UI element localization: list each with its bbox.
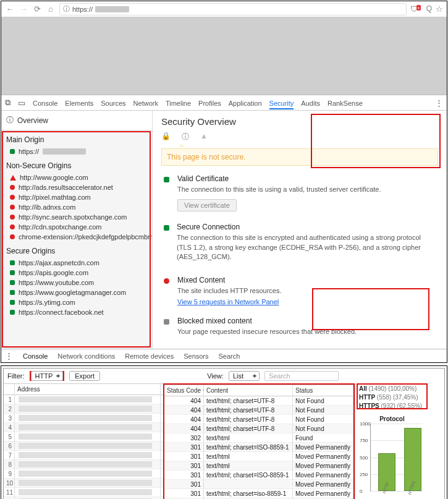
block-heading: Blocked mixed content: [177, 317, 357, 325]
status-bullet: [10, 215, 15, 220]
filter-toolbar: Filter: HTTP Export View: List Search: [4, 369, 444, 383]
status-bullet: [10, 195, 15, 200]
block-text: The connection to this site is using a v…: [177, 185, 381, 194]
annotation-box: HTTP: [30, 371, 65, 381]
origin-item[interactable]: http://sync.search.spotxchange.com: [1, 212, 152, 222]
tab-application[interactable]: Application: [229, 96, 262, 109]
overview-header[interactable]: ⓘ Overview: [1, 111, 152, 130]
star-icon[interactable]: ☆: [436, 4, 443, 14]
tab-profiles[interactable]: Profiles: [198, 96, 221, 109]
origin-item[interactable]: https://ajax.aspnetcdn.com: [1, 258, 152, 268]
origin-item[interactable]: https://: [1, 147, 152, 156]
origin-item[interactable]: http://www.google.com: [1, 173, 152, 182]
tab-sources[interactable]: Sources: [101, 96, 125, 109]
address-redacted: [95, 6, 129, 12]
status-bullet: [10, 260, 15, 265]
export-button[interactable]: Export: [69, 371, 100, 381]
kebab-icon[interactable]: ⋮: [5, 351, 13, 360]
status-bullet: [10, 270, 15, 275]
devtools-drawer: ⋮ ConsoleNetwork conditionsRemote device…: [1, 349, 447, 362]
status-bullet: [10, 205, 15, 210]
status-icon: [164, 223, 169, 264]
origin-item[interactable]: https://s.ytimg.com: [1, 297, 152, 307]
browser-toolbar: ← → ⟳ ⌂ ⓘ https:// 🛡• Q ☆: [1, 1, 447, 17]
block-heading: Mixed Content: [177, 276, 282, 284]
drawer-tab-remote-devices[interactable]: Remote devices: [125, 352, 174, 360]
status-bullet: [10, 224, 15, 229]
block-text: The connection to this site is encrypted…: [177, 233, 436, 262]
warning-icon: ▲: [200, 132, 208, 142]
reload-icon[interactable]: ⟳: [32, 4, 42, 14]
origin-label: https://www.googletagmanager.com: [19, 289, 126, 296]
origin-item[interactable]: http://ads.resultsaccelerator.net: [1, 182, 152, 192]
origin-label: http://ib.adnxs.com: [19, 203, 75, 211]
view-dropdown[interactable]: List: [229, 371, 260, 381]
origin-item[interactable]: https://connect.facebook.net: [1, 307, 152, 317]
origin-item[interactable]: http://pixel.mathtag.com: [1, 192, 152, 202]
filter-label: Filter:: [7, 372, 25, 380]
network-panel-link[interactable]: View 5 requests in Network Panel: [177, 298, 279, 305]
origin-label: http://sync.search.spotxchange.com: [19, 213, 127, 221]
devtools-tabbar: ⧉ ▭ ConsoleElementsSourcesNetworkTimelin…: [1, 95, 447, 111]
origin-label: http://ads.resultsaccelerator.net: [19, 184, 113, 191]
address-bar[interactable]: ⓘ https://: [59, 3, 407, 15]
origin-label: http://www.google.com: [20, 174, 88, 181]
status-bullet: [10, 310, 15, 315]
status-bullet: [10, 175, 16, 181]
status-bullet: [10, 149, 15, 154]
security-detail: Security Overview 🔒 ⓘ ▲ This page is not…: [153, 111, 447, 349]
col-status[interactable]: Status: [293, 385, 353, 396]
origin-label: https://: [19, 148, 39, 155]
origin-item[interactable]: http://cdn.spotxchange.com: [1, 222, 152, 232]
origin-label: http://pixel.mathtag.com: [19, 194, 91, 201]
origin-label: https://connect.facebook.net: [19, 309, 104, 316]
col-status-code[interactable]: Status Code ▾: [164, 385, 204, 396]
security-block: Mixed ContentThe site includes HTTP reso…: [161, 267, 438, 308]
drawer-tab-search[interactable]: Search: [219, 352, 240, 360]
drawer-tab-network-conditions[interactable]: Network conditions: [57, 352, 115, 360]
block-text: Your page requested insecure resources t…: [177, 327, 357, 336]
drawer-tab-console[interactable]: Console: [23, 352, 48, 360]
origin-label: chrome-extension://pkedcjkdefgpdelpbcmbm…: [19, 233, 152, 241]
overview-label: Overview: [17, 116, 48, 125]
view-certificate-button[interactable]: View certificate: [177, 199, 237, 211]
status-bullet: [10, 290, 15, 295]
origin-item[interactable]: chrome-extension://pkedcjkdefgpdelpbcmbm…: [1, 232, 152, 242]
status-bullet: [10, 185, 15, 190]
info-icon: ⓘ: [182, 132, 189, 142]
block-heading: Valid Certificate: [177, 174, 381, 183]
security-block: Valid CertificateThe connection to this …: [161, 166, 438, 214]
tab-security[interactable]: Security: [269, 96, 294, 109]
shield-icon[interactable]: 🛡•: [410, 4, 423, 14]
device-icon[interactable]: ▭: [18, 98, 25, 108]
filter-dropdown[interactable]: HTTP: [31, 371, 64, 381]
origin-item[interactable]: https://apis.google.com: [1, 268, 152, 278]
back-icon[interactable]: ←: [5, 4, 15, 14]
tab-ranksense[interactable]: RankSense: [328, 96, 363, 109]
search-icon[interactable]: Q: [426, 4, 432, 14]
block-heading: Secure Connection: [177, 223, 436, 231]
origin-label: https://www.youtube.com: [19, 279, 94, 286]
origin-item[interactable]: http://ib.adnxs.com: [1, 202, 152, 212]
security-block: Secure ConnectionThe connection to this …: [161, 214, 438, 267]
forward-icon[interactable]: →: [19, 4, 28, 14]
kebab-icon[interactable]: ⋮: [435, 98, 443, 108]
drawer-tab-sensors[interactable]: Sensors: [184, 352, 208, 360]
search-input[interactable]: Search: [264, 371, 339, 381]
col-content[interactable]: Content: [204, 385, 293, 396]
page-viewport: [1, 17, 447, 95]
origin-item[interactable]: https://www.googletagmanager.com: [1, 288, 152, 297]
status-bullet: [10, 234, 15, 239]
view-label: View:: [207, 372, 224, 380]
tab-timeline[interactable]: Timeline: [166, 96, 191, 109]
home-icon[interactable]: ⌂: [46, 4, 56, 14]
tab-audits[interactable]: Audits: [301, 96, 320, 109]
tab-elements[interactable]: Elements: [65, 96, 93, 109]
tab-network[interactable]: Network: [133, 96, 158, 109]
origins-section: Secure Origins: [1, 242, 152, 258]
origin-item[interactable]: https://www.youtube.com: [1, 278, 152, 288]
status-icon: [164, 317, 170, 339]
inspect-icon[interactable]: ⧉: [5, 98, 11, 108]
tab-console[interactable]: Console: [33, 96, 57, 109]
origins-section: Main Origin: [1, 130, 152, 147]
